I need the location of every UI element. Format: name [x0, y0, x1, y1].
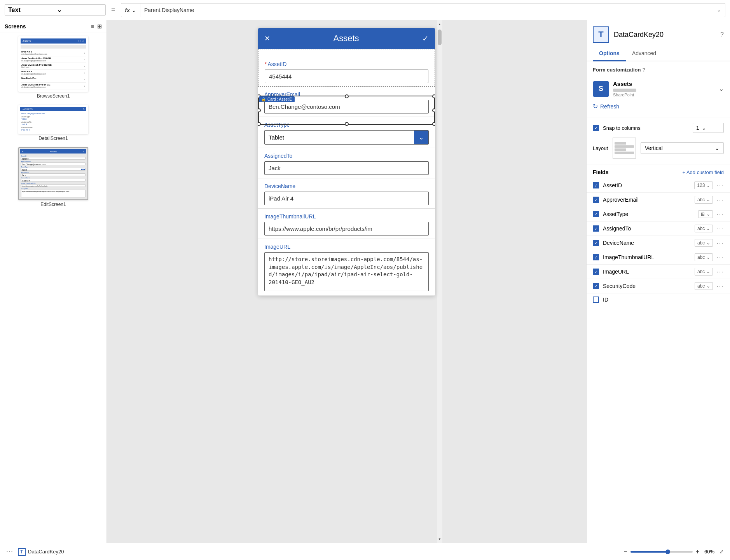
- field-imagethumbnailurl[interactable]: ImageThumbnailURL: [258, 209, 435, 239]
- property-dropdown[interactable]: Text ⌄: [5, 4, 106, 16]
- columns-dropdown[interactable]: 1 ⌄: [693, 123, 724, 133]
- screen-item-browse[interactable]: Assets ○ ○ ○ iPad Air 2 eric.langfordge@…: [3, 36, 103, 99]
- equals-separator: =: [109, 6, 118, 14]
- assignedto-input[interactable]: [264, 161, 429, 175]
- bottom-bar: ··· T DataCardKey20 − + 60% ⤢: [0, 543, 730, 560]
- field-type-devicename[interactable]: abc ⌄: [695, 239, 713, 247]
- browse-row-5-info: MacBook Pro ...: [21, 77, 36, 82]
- fields-title: Fields: [593, 169, 608, 175]
- browse-thumb-search: [21, 45, 86, 49]
- refresh-button[interactable]: ↻ Refresh: [593, 101, 619, 112]
- scrollbar-thumb[interactable]: [438, 30, 442, 45]
- field-type-assetid[interactable]: 123 ⌄: [694, 181, 713, 189]
- canvas-area: ▲ ▼ ✕ Assets ✓ 🔒 Card : AssetID: [107, 20, 586, 543]
- field-more-securitycode[interactable]: ···: [717, 283, 724, 289]
- phone-close-button[interactable]: ✕: [264, 34, 270, 43]
- field-check-assetid[interactable]: ✓: [593, 182, 599, 188]
- field-imageurl[interactable]: ImageURL http://store.storeimages.cdn-ap…: [258, 239, 435, 296]
- zoom-minus-button[interactable]: −: [623, 548, 627, 555]
- rp-type-letter: T: [598, 30, 603, 40]
- field-type-imageurl[interactable]: abc ⌄: [695, 268, 713, 276]
- assetid-section-wrapper: 🔒 Card : AssetID AssetID: [258, 49, 435, 87]
- screen-item-detail[interactable]: ‹ ASSETS ✎ Ben.Change@contoso.com AssetT…: [3, 105, 103, 141]
- field-row-securitycode: ✓ SecurityCode abc ⌄ ···: [587, 279, 730, 293]
- add-custom-field-button[interactable]: + Add custom field: [682, 169, 724, 175]
- field-type-approveremail[interactable]: abc ⌄: [695, 196, 713, 204]
- field-check-assettype[interactable]: ✓: [593, 211, 599, 217]
- snap-checkbox[interactable]: ✓: [593, 125, 599, 131]
- screen-item-edit[interactable]: ✕ Assets ✓ AssetID 4545444 ApproverEmail: [3, 147, 103, 207]
- detail-screen-thumb: ‹ ASSETS ✎ Ben.Change@contoso.com AssetT…: [18, 105, 88, 134]
- grid-view-icon[interactable]: ⊞: [97, 23, 102, 30]
- browse-row-2-arrow: ›: [84, 58, 85, 61]
- field-more-devicename[interactable]: ···: [717, 240, 724, 246]
- zoom-slider[interactable]: [630, 551, 693, 553]
- field-type-chevron-approveremail: ⌄: [706, 197, 710, 202]
- field-type-assignedto[interactable]: abc ⌄: [695, 225, 713, 232]
- zoom-controls: − + 60% ⤢: [623, 548, 724, 555]
- field-more-imageurl[interactable]: ···: [717, 269, 724, 275]
- field-devicename[interactable]: DeviceName: [258, 178, 435, 209]
- field-more-imagethumbnailurl[interactable]: ···: [717, 254, 724, 260]
- imagethumbnailurl-input[interactable]: [264, 222, 429, 236]
- field-assignedto[interactable]: AssignedTo: [258, 148, 435, 178]
- field-type-icon-approveremail: abc: [697, 197, 705, 202]
- field-type-icon-assetid: 123: [697, 183, 705, 188]
- fullscreen-button[interactable]: ⤢: [720, 549, 724, 555]
- lock-icon: 🔒: [261, 97, 266, 101]
- form-customization-help[interactable]: ?: [643, 67, 646, 73]
- detail-screen-label: DetailScreen1: [38, 136, 68, 141]
- field-name-id: ID: [603, 297, 724, 303]
- browse-thumb-content: Assets ○ ○ ○ iPad Air 2 eric.langfordge@…: [19, 37, 87, 91]
- layout-label: Layout: [593, 145, 608, 151]
- edit-field-email: ApproverEmail Ben.Change@contoso.com: [21, 160, 86, 165]
- imageurl-label: ImageURL: [264, 244, 429, 250]
- browse-row-4: iPad Air 4 ek.langfordge@contoso.com ›: [21, 70, 86, 76]
- field-more-assignedto[interactable]: ···: [717, 225, 724, 232]
- data-source-chevron[interactable]: ⌄: [719, 85, 724, 92]
- scroll-down-arrow[interactable]: ▼: [437, 535, 442, 543]
- fx-dropdown-arrow[interactable]: ⌄: [131, 7, 136, 13]
- field-check-devicename[interactable]: ✓: [593, 240, 599, 246]
- browse-thumb-icons: ○ ○ ○: [77, 40, 84, 42]
- field-check-imagethumbnailurl[interactable]: ✓: [593, 254, 599, 260]
- columns-chevron: ⌄: [702, 125, 706, 131]
- list-view-icon[interactable]: ≡: [91, 23, 94, 30]
- rp-help-icon[interactable]: ?: [720, 31, 724, 38]
- field-check-id[interactable]: ✓: [593, 297, 599, 303]
- field-check-securitycode[interactable]: ✓: [593, 283, 599, 289]
- assettype-dropdown[interactable]: Tablet ⌄: [264, 130, 429, 145]
- fx-button[interactable]: fx ⌄: [121, 3, 140, 17]
- assetid-input[interactable]: [265, 70, 428, 83]
- imageurl-textarea[interactable]: http://store.storeimages.cdn-apple.com/8…: [264, 252, 429, 291]
- phone-check-button[interactable]: ✓: [422, 34, 429, 43]
- layout-dropdown[interactable]: Vertical ⌄: [641, 142, 724, 154]
- rp-header: T DataCardKey20 ?: [587, 20, 730, 46]
- zoom-plus-button[interactable]: +: [696, 548, 699, 555]
- field-check-approveremail[interactable]: ✓: [593, 197, 599, 203]
- zoom-level: 60%: [702, 549, 716, 555]
- scroll-up-arrow[interactable]: ▲: [437, 20, 442, 28]
- tab-advanced[interactable]: Advanced: [626, 46, 662, 61]
- field-more-assetid[interactable]: ···: [717, 182, 724, 188]
- field-more-assettype[interactable]: ···: [717, 211, 724, 217]
- field-check-imageurl[interactable]: ✓: [593, 269, 599, 275]
- assettype-dropdown-button[interactable]: ⌄: [414, 131, 428, 144]
- field-type-imagethumbnailurl[interactable]: abc ⌄: [695, 253, 713, 261]
- field-row-imagethumbnailurl: ✓ ImageThumbnailURL abc ⌄ ···: [587, 250, 730, 265]
- tab-options[interactable]: Options: [593, 46, 626, 61]
- field-name-imagethumbnailurl: ImageThumbnailURL: [603, 254, 691, 260]
- formula-chevron[interactable]: ⌄: [713, 7, 725, 13]
- layout-row: Layout Vertical ⌄: [593, 138, 724, 159]
- field-type-assettype[interactable]: ⊞ ⌄: [698, 210, 713, 218]
- bottom-more-button[interactable]: ···: [6, 548, 13, 556]
- formula-input[interactable]: Parent.DisplayName: [140, 7, 713, 13]
- devicename-input[interactable]: [264, 192, 429, 205]
- field-assettype[interactable]: AssetType Tablet ⌄: [258, 117, 435, 148]
- zoom-slider-thumb[interactable]: [665, 550, 670, 554]
- edit-check-icon: ✓: [83, 150, 85, 153]
- field-type-securitycode[interactable]: abc ⌄: [695, 282, 713, 290]
- field-check-assignedto[interactable]: ✓: [593, 225, 599, 232]
- field-assetid[interactable]: AssetID: [258, 49, 435, 87]
- field-more-approveremail[interactable]: ···: [717, 197, 724, 203]
